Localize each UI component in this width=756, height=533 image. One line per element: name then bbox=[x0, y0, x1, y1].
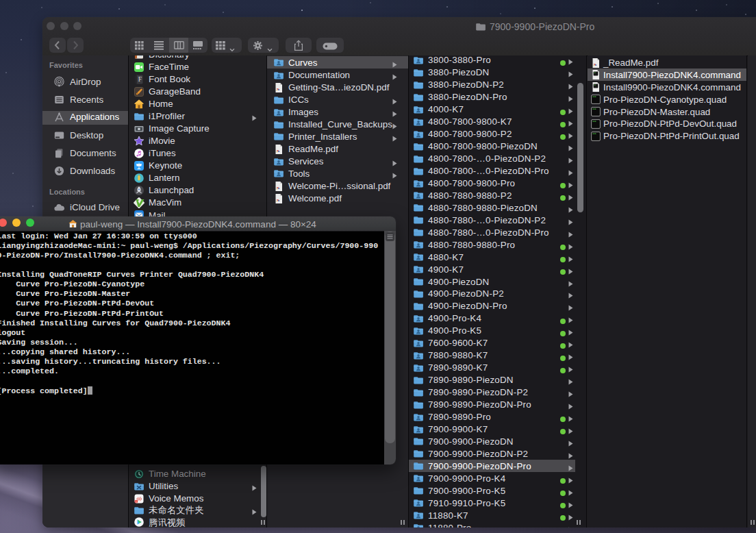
svg-text:F: F bbox=[138, 76, 142, 83]
